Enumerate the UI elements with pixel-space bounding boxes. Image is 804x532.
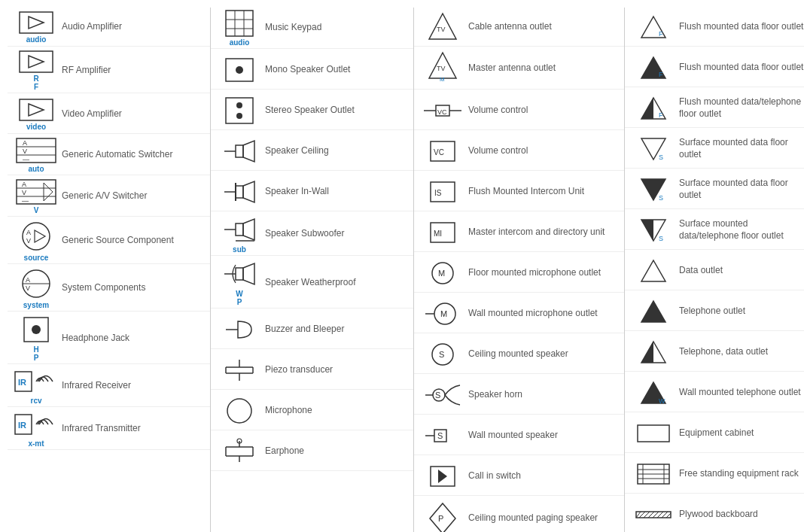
surface-data-tel-floor-symbol: S	[628, 217, 679, 244]
symbol-desc: Telephone outlet	[679, 306, 804, 318]
master-antenna-symbol: TV M	[417, 50, 468, 87]
svg-marker-48	[243, 181, 254, 202]
svg-marker-22	[35, 230, 45, 242]
audio-amplifier-symbol: audio	[11, 11, 62, 44]
list-item: M Wall mounted microphone outlet	[414, 294, 624, 333]
list-item: W Wall mounted telephone outlet	[625, 373, 804, 412]
list-item: Equipment cabinet	[625, 414, 804, 453]
list-item: Buzzer and Bleeper	[211, 310, 413, 349]
svg-text:IR: IR	[18, 378, 26, 387]
list-item: IS Flush Mounted Intercom Unit	[414, 172, 624, 211]
svg-text:VC: VC	[434, 148, 444, 157]
svg-marker-56	[243, 263, 254, 284]
list-item: IR rcv Infrared Receiver	[8, 366, 210, 407]
symbol-desc: Plywood backboard	[679, 509, 804, 521]
svg-text:S: S	[659, 235, 663, 242]
svg-rect-0	[20, 12, 53, 33]
symbol-label: rcv	[30, 397, 41, 405]
symbol-label: source	[24, 254, 49, 262]
wall-speaker-symbol: S	[417, 421, 468, 450]
svg-marker-18	[44, 183, 53, 201]
flush-intercom-symbol: IS	[417, 178, 468, 206]
list-item: audio Audio Amplifier	[8, 8, 210, 47]
svg-rect-135	[638, 425, 669, 442]
symbol-label: sub	[233, 245, 246, 254]
list-item: RF RF Amplifier	[8, 48, 210, 93]
svg-marker-3	[29, 56, 44, 68]
svg-text:A: A	[22, 181, 26, 188]
list-item: Call in switch	[414, 457, 624, 496]
wall-mic-symbol: M	[417, 299, 468, 328]
symbol-desc: Generic Source Component	[62, 235, 207, 247]
symbol-desc: Ceiling mounted speaker	[468, 348, 621, 360]
svg-point-41	[236, 102, 242, 108]
list-item: HP Headphone Jack	[8, 313, 210, 364]
ceiling-speaker-symbol: S	[417, 340, 468, 369]
svg-text:V: V	[22, 189, 26, 196]
svg-text:W: W	[659, 397, 665, 405]
list-item: A V source Generic Source Component	[8, 218, 210, 264]
microphone-symbol	[214, 394, 265, 427]
svg-text:S: S	[435, 391, 440, 400]
symbol-desc: Surface mounted data floor outlet	[679, 137, 804, 160]
svg-marker-45	[243, 141, 254, 162]
symbol-desc: RF Amplifier	[62, 65, 207, 77]
list-item: S Speaker horn	[414, 375, 624, 415]
headphone-jack-symbol: HP	[11, 315, 62, 362]
svg-marker-130	[641, 301, 665, 322]
symbol-desc: System Components	[62, 282, 207, 294]
symbol-desc: Audio Amplifier	[62, 21, 207, 33]
symbol-label: x-mt	[28, 439, 44, 448]
symbol-label: RF	[33, 74, 38, 91]
call-in-switch-symbol	[417, 462, 468, 491]
symbol-desc: Generic A/V Switcher	[62, 190, 207, 202]
svg-text:IR: IR	[18, 421, 26, 430]
piezo-symbol	[214, 356, 265, 385]
list-item: S Surface mounted data floor outlet	[625, 170, 804, 209]
symbol-desc: Generic Automatic Switcher	[62, 149, 207, 161]
video-amplifier-symbol: video	[11, 98, 62, 131]
svg-marker-52	[243, 219, 254, 240]
list-item: M Floor mounted microphone outlet	[414, 254, 624, 293]
symbol-desc: Free standing equipment rack	[679, 468, 804, 480]
list-item: TV M Master antenna outlet	[414, 48, 624, 90]
svg-marker-1	[29, 17, 44, 29]
volume-control-line-symbol: VC	[417, 99, 468, 122]
list-item: F Flush mounted data floor outlet	[625, 8, 804, 47]
symbol-desc: Flush mounted data/telephone floor outle…	[679, 96, 804, 120]
symbol-desc: Music Keypad	[265, 22, 410, 34]
music-keypad-symbol: audio	[214, 9, 265, 47]
list-item: IR x-mt Infrared Transmitter	[8, 409, 210, 450]
list-item: sub Speaker Subwoofer	[211, 213, 413, 256]
svg-rect-55	[236, 268, 243, 280]
list-item: Earphone	[211, 432, 413, 471]
symbol-desc: Surface mounted data floor outlet	[679, 178, 804, 201]
floor-mic-symbol: M	[417, 259, 468, 287]
symbol-desc: Flush mounted data floor outlet	[679, 21, 804, 33]
symbol-label: video	[26, 123, 46, 131]
svg-rect-47	[236, 186, 243, 198]
free-standing-rack-symbol	[628, 461, 679, 487]
volume-control-box-symbol: VC	[417, 137, 468, 166]
symbol-desc: Buzzer and Bleeper	[265, 324, 410, 336]
symbol-desc: Speaker Subwoofer	[265, 228, 410, 240]
svg-text:A: A	[26, 229, 31, 236]
symbol-desc: Flush mounted data floor outlet	[679, 62, 804, 74]
symbol-label: WP	[236, 290, 242, 306]
svg-rect-4	[20, 99, 53, 120]
list-item: WP Speaker Weatherproof	[211, 257, 413, 309]
symbol-desc: Floor mounted microphone outlet	[468, 267, 621, 279]
generic-av-switcher-symbol: A V — V	[11, 178, 62, 214]
symbol-desc: Speaker Ceiling	[265, 145, 410, 157]
speaker-weatherproof-symbol: WP	[214, 259, 265, 306]
symbol-desc: Infrared Receiver	[62, 380, 207, 392]
list-item: VC Volume control	[414, 132, 624, 171]
svg-point-42	[236, 113, 242, 119]
svg-text:VC: VC	[437, 108, 447, 116]
symbol-desc: Speaker In-Wall	[265, 186, 410, 198]
plywood-backboard-symbol	[628, 507, 679, 522]
stereo-speaker-symbol	[214, 95, 265, 126]
symbol-desc: Speaker Weatherproof	[265, 277, 410, 289]
list-item: Plywood backboard	[625, 495, 804, 532]
symbol-desc: Stereo Speaker Outlet	[265, 105, 410, 117]
